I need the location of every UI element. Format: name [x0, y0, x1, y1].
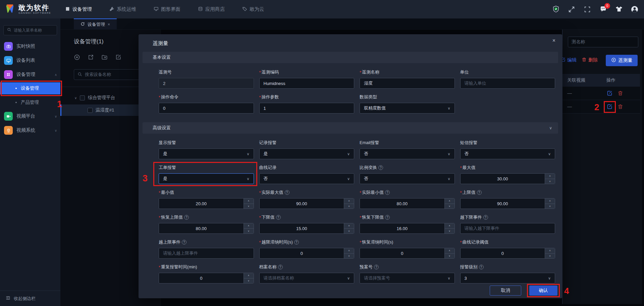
sidebar-item-snapshot[interactable]: 实时快照 — [0, 39, 60, 53]
number-input-overlimit-delay[interactable]: 0∧∨ — [259, 248, 355, 259]
number-input-max-value[interactable]: 30.00∧∨ — [460, 173, 555, 184]
screenshot-frame-icon[interactable] — [583, 5, 591, 13]
collapse-sidebar-button[interactable]: 收起侧边栏 — [0, 291, 60, 306]
select-email-alarm[interactable]: 否∨ — [360, 148, 455, 159]
spinner-up-button[interactable]: ∧ — [445, 199, 454, 204]
help-icon[interactable]: ? — [477, 190, 482, 195]
add-circle-icon[interactable] — [74, 54, 80, 62]
help-icon[interactable]: ? — [385, 190, 390, 195]
input-cross-upper-event[interactable]: 请输入越上限事件 — [159, 248, 254, 259]
spinner-up-button[interactable]: ∧ — [344, 199, 354, 204]
number-input-recover-lower[interactable]: 16.00∧∨ — [360, 223, 455, 234]
sidebar-item-video-system[interactable]: 视频系统 ∨ — [0, 123, 60, 137]
spinner-down-button[interactable]: ∨ — [445, 204, 454, 209]
nav-item-system-ops[interactable]: 系统运维 — [109, 6, 136, 12]
spinner-down-button[interactable]: ∨ — [545, 179, 555, 184]
spinner-down-button[interactable]: ∨ — [445, 253, 454, 259]
input-unit[interactable]: 请输入单位 — [460, 78, 555, 89]
spinner-up-button[interactable]: ∧ — [244, 199, 254, 204]
sidebar-item-device-management[interactable]: 设备管理 ∧ — [0, 68, 60, 82]
sidebar-search-input[interactable]: 请输入菜单名称 — [3, 25, 57, 35]
help-icon[interactable]: ? — [374, 265, 379, 269]
theme-shirt-icon[interactable] — [615, 5, 623, 13]
security-shield-icon[interactable] — [552, 5, 560, 13]
spinner-down-button[interactable]: ∨ — [244, 278, 254, 283]
confirm-button[interactable]: 确认 — [529, 286, 557, 296]
select-record-alarm[interactable]: 是∨ — [259, 148, 355, 159]
spinner-down-button[interactable]: ∨ — [244, 204, 254, 209]
cancel-button[interactable]: 取消 — [490, 286, 521, 296]
spinner-down-button[interactable]: ∨ — [244, 228, 254, 234]
number-input-repeat-alarm-time[interactable]: 0∧∨ — [159, 273, 254, 283]
chevron-down-icon[interactable]: ∨ — [549, 126, 552, 130]
help-icon[interactable]: ? — [285, 190, 289, 195]
spinner-up-button[interactable]: ∧ — [244, 223, 254, 228]
move-folder-icon[interactable] — [101, 54, 108, 62]
spinner-up-button[interactable]: ∧ — [344, 223, 354, 228]
number-input-lower-limit[interactable]: 15.00∧∨ — [259, 223, 355, 234]
nav-item-graphic-ui[interactable]: 图形界面 — [154, 6, 180, 12]
spinner-up-button[interactable]: ∧ — [445, 223, 454, 228]
input-telemetry-code[interactable]: Humidness — [259, 78, 355, 89]
sidebar-item-video-platform[interactable]: 视频平台 ∨ — [0, 109, 60, 123]
section-advanced-settings[interactable]: 高级设置 ∨ — [143, 122, 558, 134]
number-input-recover-upper[interactable]: 80.00∧∨ — [159, 223, 254, 234]
number-input-recover-delay[interactable]: 0∧∨ — [360, 248, 455, 259]
nav-item-app-store[interactable]: 应用商店 — [198, 6, 225, 12]
edit-link-button[interactable]: 编辑 — [560, 57, 577, 63]
spinner-down-button[interactable]: ∨ — [344, 253, 354, 259]
number-input-upper-limit[interactable]: 90.00∧∨ — [460, 198, 555, 209]
sidebar-item-device-list[interactable]: 设备列表 — [0, 53, 60, 68]
checkbox[interactable] — [80, 95, 85, 100]
input-op-command[interactable]: 0 — [159, 103, 254, 114]
number-input-min-value[interactable]: 20.00∧∨ — [159, 198, 254, 209]
row-edit-button[interactable] — [607, 90, 613, 96]
input-cross-lower-event[interactable]: 请输入越下限事件 — [460, 223, 555, 234]
spinner-up-button[interactable]: ∧ — [445, 248, 454, 253]
edit-square-icon[interactable] — [115, 54, 121, 62]
help-icon[interactable]: ? — [182, 240, 186, 245]
export-icon[interactable] — [88, 54, 94, 62]
add-telemetry-button[interactable]: 遥测量 — [606, 55, 638, 66]
number-input-actual-min[interactable]: 80.00∧∨ — [360, 198, 455, 209]
select-archive-name[interactable]: 请选择档案名称∨ — [259, 273, 355, 283]
spinner-up-button[interactable]: ∧ — [545, 199, 555, 204]
tab-device-management[interactable]: 设备管理 × — [74, 18, 117, 30]
sidebar-subitem-product-management[interactable]: 产品管理 — [0, 96, 60, 109]
select-scale-transform[interactable]: 否∨ — [360, 173, 455, 184]
select-data-type[interactable]: 双精度数值∨ — [360, 103, 455, 114]
input-op-param[interactable]: 1 — [259, 103, 355, 114]
spinner-up-button[interactable]: ∧ — [545, 174, 555, 179]
telemetry-search-input[interactable]: 测名称 — [568, 37, 638, 47]
select-plan-no[interactable]: 请选择预案号∨ — [360, 273, 455, 283]
number-input-curve-threshold[interactable]: 0∧∨ — [460, 248, 555, 259]
select-workorder-alarm[interactable]: 是∨ — [159, 173, 254, 184]
nav-item-ganwei-cloud[interactable]: 敢为云 — [242, 6, 264, 12]
row-delete-button[interactable] — [618, 90, 624, 96]
help-icon[interactable]: ? — [294, 240, 299, 245]
help-icon[interactable]: ? — [184, 215, 189, 220]
spinner-down-button[interactable]: ∨ — [545, 204, 555, 209]
user-avatar[interactable] — [631, 5, 639, 13]
help-icon[interactable]: ? — [479, 265, 484, 269]
select-sms-alarm[interactable]: 否∨ — [460, 148, 555, 159]
spinner-up-button[interactable]: ∧ — [545, 248, 555, 253]
help-icon[interactable]: ? — [276, 215, 281, 220]
input-telemetry-no[interactable]: 2 — [159, 78, 254, 89]
row-delete-button[interactable] — [618, 104, 624, 110]
fullscreen-icon[interactable] — [568, 5, 576, 13]
checkbox[interactable] — [88, 108, 93, 113]
messages-icon[interactable]: 0 — [599, 5, 607, 13]
input-telemetry-name[interactable]: 湿度 — [360, 78, 455, 89]
sidebar-subitem-device-management[interactable]: 设备管理 1 — [0, 82, 60, 94]
select-curve-record[interactable]: 否∨ — [259, 173, 355, 184]
close-icon[interactable]: × — [108, 22, 110, 27]
spinner-down-button[interactable]: ∨ — [445, 228, 454, 234]
select-alarm-level[interactable]: 3∨ — [460, 273, 555, 283]
spinner-down-button[interactable]: ∨ — [545, 253, 555, 259]
help-icon[interactable]: ? — [385, 215, 390, 220]
spinner-down-button[interactable]: ∨ — [344, 228, 354, 234]
select-show-alarm[interactable]: 是∨ — [159, 148, 254, 159]
delete-link-button[interactable]: 删除 — [582, 57, 598, 63]
spinner-down-button[interactable]: ∨ — [344, 204, 354, 209]
